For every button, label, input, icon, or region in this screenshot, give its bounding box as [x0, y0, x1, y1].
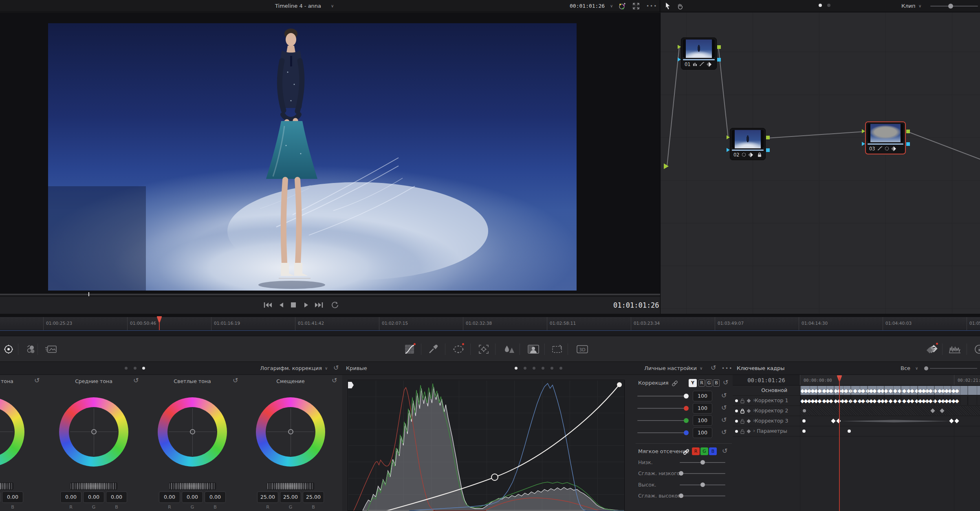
red-gain-slider[interactable] — [637, 408, 686, 409]
track-parameters-bar[interactable] — [800, 427, 980, 436]
keyframe-diamond[interactable] — [949, 418, 954, 423]
blur-palette-icon[interactable] — [502, 343, 516, 355]
red-gain-value[interactable]: 100 — [693, 403, 712, 414]
curves-preset-caret-icon[interactable]: ∨ — [700, 366, 703, 370]
green-gain-slider[interactable] — [637, 420, 686, 421]
correction-channel-g[interactable]: G — [706, 379, 712, 387]
node-view-dot-active[interactable] — [819, 4, 822, 7]
keyframes-ruler[interactable]: 00:00:00:00 00:02:21:36 00:04: — [800, 375, 980, 385]
curves-palette-icon[interactable] — [403, 343, 416, 355]
node-03-input-blue[interactable] — [862, 142, 865, 146]
soft-clip-high-soft-slider[interactable] — [680, 496, 725, 496]
soft-clip-low-soft-slider[interactable] — [680, 473, 725, 474]
luma-gain-value[interactable]: 100 — [693, 391, 712, 401]
keyframe-diamond[interactable] — [831, 418, 835, 423]
wheels-mode-select[interactable]: Логарифм. коррекция — [228, 365, 322, 371]
keyframe-add-icon[interactable] — [747, 430, 751, 434]
viewer-scrub-bar[interactable] — [0, 294, 660, 295]
hand-tool-icon[interactable] — [676, 2, 684, 11]
luma-gain-reset-icon[interactable]: ↺ — [721, 392, 727, 399]
soft-clip-high-soft-handle[interactable] — [679, 493, 683, 498]
node-01-output-blue[interactable] — [717, 58, 721, 62]
key-palette-icon[interactable] — [526, 343, 540, 355]
wheel-4-reset-icon[interactable]: ↺ — [332, 377, 337, 384]
node-03-input-green[interactable] — [862, 129, 865, 133]
wheel-1-g-value[interactable]: 0.00 — [0, 491, 0, 503]
clip-menu[interactable]: Клип — [901, 3, 916, 9]
soft-clip-channel-r[interactable]: R — [692, 447, 700, 455]
viewer-options-menu[interactable]: ••• — [646, 3, 657, 9]
curves-page-dot[interactable] — [533, 367, 535, 370]
node-01[interactable]: 01 — [681, 37, 717, 70]
lock-icon[interactable] — [740, 408, 745, 414]
soft-clip-link-icon[interactable] — [683, 449, 689, 455]
soft-clip-channel-b[interactable]: B — [709, 447, 717, 455]
red-gain-reset-icon[interactable]: ↺ — [721, 405, 727, 411]
keyframes-zoom-handle[interactable] — [924, 366, 928, 370]
unlock-icon[interactable] — [740, 429, 745, 434]
keyframe-dot[interactable] — [848, 430, 851, 433]
clip-menu-caret-icon[interactable]: ∨ — [918, 4, 921, 8]
node-03-selected[interactable]: 03 — [865, 121, 906, 154]
node-03-output-blue[interactable] — [906, 142, 910, 146]
correction-reset-icon[interactable]: ↺ — [723, 379, 728, 386]
lock-icon[interactable] — [757, 152, 762, 157]
tracker-icon[interactable] — [477, 343, 491, 355]
green-gain-handle[interactable] — [684, 418, 689, 423]
track-row-parameters[interactable]: › Параметры — [733, 426, 980, 436]
curves-graph[interactable] — [348, 380, 625, 511]
wheel-1-reset-icon[interactable]: ↺ — [34, 377, 40, 384]
viewer-image[interactable] — [48, 23, 577, 291]
blue-gain-handle[interactable] — [684, 430, 689, 435]
keyframes-zoom-slider[interactable] — [930, 368, 977, 369]
green-gain-value[interactable]: 100 — [693, 415, 712, 426]
track-row-corrector1[interactable]: › Корректор 1 ◆◆◆◆◆◆ ◆◆◆ ◆◆◆◆ ◆ ◆ ◆◆ ◆◆◆… — [733, 396, 980, 406]
keyframe-add-icon[interactable] — [747, 419, 751, 423]
color-wheels-tool-icon[interactable] — [2, 343, 15, 355]
next-clip-button[interactable] — [315, 302, 325, 310]
wheel-3-b-value[interactable]: 0.00 — [205, 491, 226, 503]
wheel-2-g-value[interactable]: 0.00 — [83, 491, 104, 503]
grade-management-icon[interactable] — [24, 343, 37, 355]
gang-link-icon[interactable] — [672, 380, 678, 387]
blue-gain-value[interactable]: 100 — [693, 427, 712, 438]
curves-options-menu[interactable]: ••• — [722, 366, 733, 371]
cursor-tool-icon[interactable] — [664, 2, 672, 12]
timeline-ruler[interactable]: 01:00:25:23 01:00:50:46 01:01:16:19 01:0… — [0, 317, 980, 330]
blue-gain-slider[interactable] — [637, 432, 686, 433]
luma-gain-slider[interactable] — [637, 396, 686, 396]
track-enable-dot[interactable] — [735, 430, 738, 433]
keyframe-add-icon[interactable] — [747, 409, 751, 413]
wheel-2-center[interactable] — [91, 429, 97, 434]
play-button[interactable] — [303, 302, 314, 310]
node-02-output-blue[interactable] — [766, 148, 770, 152]
viewer-timecode-menu[interactable]: 00:01:01:26 — [570, 3, 605, 9]
node-02-input-green[interactable] — [727, 135, 730, 139]
node-02-input-blue[interactable] — [727, 148, 730, 152]
expand-viewer-icon[interactable] — [632, 2, 640, 11]
node-zoom-slider[interactable] — [930, 6, 978, 7]
node-02-output-green[interactable] — [766, 136, 770, 139]
wheel-4-center[interactable] — [288, 429, 293, 434]
soft-clip-high-handle[interactable] — [700, 482, 705, 487]
keyframes-filter-caret-icon[interactable]: ∨ — [915, 366, 918, 370]
soft-clip-low-soft-handle[interactable] — [679, 471, 683, 476]
wheel-4-g-value[interactable]: 25.00 — [280, 491, 301, 503]
track-row-corrector3[interactable]: › Корректор 3 — [733, 416, 980, 426]
correction-channel-r[interactable]: R — [698, 379, 705, 387]
soft-clip-channel-g[interactable]: G — [700, 447, 708, 455]
node-01-input-green[interactable] — [678, 45, 681, 49]
wheel-3-g-value[interactable]: 0.00 — [182, 491, 203, 503]
curves-preset-select[interactable]: Личные настройки — [623, 365, 697, 371]
keyframe-diamond[interactable] — [954, 418, 959, 423]
node-02[interactable]: 02 — [730, 128, 766, 160]
keyframes-panel-icon[interactable] — [925, 343, 939, 355]
keyframe-dot[interactable] — [802, 430, 806, 433]
prev-clip-button[interactable] — [263, 302, 274, 310]
keyframe-add-icon[interactable] — [747, 399, 751, 403]
track-row-main[interactable]: Основной ◆◆◆◆◆◆ ◆◆◆ ◆◆◆◆ ◆ ◆ ◆◆ ◆◆◆ ◆◆◆ … — [733, 385, 980, 396]
keyframe-diamond[interactable] — [930, 408, 935, 413]
wheels-mode-caret-icon[interactable]: ∨ — [325, 366, 328, 370]
keyframes-filter-select[interactable]: Все — [901, 365, 910, 371]
loop-button[interactable] — [331, 301, 341, 309]
